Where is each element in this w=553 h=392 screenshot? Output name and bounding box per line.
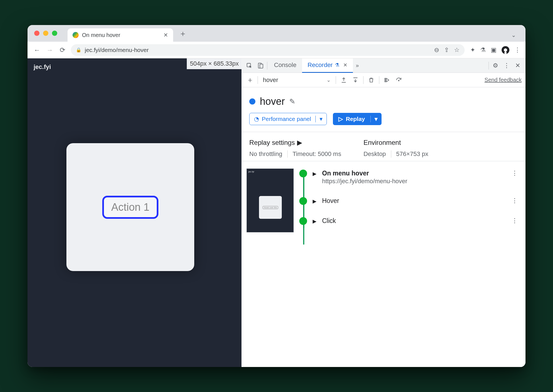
replay-settings-section[interactable]: Replay settings ▶ No throttling Timeout:… bbox=[249, 139, 341, 158]
step-subtitle: https://jec.fyi/demo/menu-hover bbox=[322, 178, 503, 185]
svg-rect-2 bbox=[260, 64, 263, 68]
recorder-toolbar: ＋ hover ⌄ Send feedback bbox=[241, 73, 525, 87]
lock-icon[interactable]: 🔒 bbox=[76, 47, 81, 53]
url-text: jec.fyi/demo/menu-hover bbox=[85, 47, 431, 53]
performance-panel-button[interactable]: ◔ Performance panel ▾ bbox=[249, 113, 327, 125]
devtools-tab-bar: Console Recorder ⚗ ✕ » ⚙ ⋮ ✕ bbox=[241, 58, 525, 73]
devtools-panel: Console Recorder ⚗ ✕ » ⚙ ⋮ ✕ ＋ hove bbox=[241, 58, 525, 367]
step-over-icon[interactable] bbox=[382, 75, 392, 85]
steps-area: jec.fyi Hover over this ▶ On menu hover … bbox=[241, 161, 525, 240]
browser-window: On menu hover ✕ ＋ ⌄ ← → ⟳ 🔒 jec.fyi/demo… bbox=[28, 25, 525, 367]
bookmark-icon[interactable]: ☆ bbox=[454, 46, 460, 54]
step-title: Hover bbox=[322, 197, 503, 205]
tab-console[interactable]: Console bbox=[268, 58, 302, 73]
tab-title: On menu hover bbox=[82, 32, 161, 38]
inspect-element-icon[interactable] bbox=[244, 60, 255, 71]
device-toolbar-icon[interactable] bbox=[255, 60, 266, 71]
recording-thumbnail[interactable]: jec.fyi Hover over this bbox=[246, 168, 294, 232]
maximize-window-button[interactable] bbox=[52, 31, 57, 36]
close-window-button[interactable] bbox=[34, 31, 39, 36]
tab-search-button[interactable]: ⌄ bbox=[511, 32, 516, 38]
replay-button[interactable]: ▷ Replay ▾ bbox=[333, 113, 382, 125]
chevron-down-icon: ⌄ bbox=[327, 77, 331, 83]
browser-tab[interactable]: On menu hover ✕ bbox=[68, 28, 173, 42]
forward-button: → bbox=[45, 46, 54, 54]
step-menu-icon[interactable]: ⋮ bbox=[509, 197, 520, 204]
experimental-flask-icon: ⚗ bbox=[335, 62, 339, 68]
step-menu-icon[interactable]: ⋮ bbox=[509, 217, 520, 224]
labs-flask-icon[interactable]: ⚗ bbox=[480, 46, 486, 54]
replay-dropdown-icon[interactable]: ▾ bbox=[370, 116, 382, 122]
throttling-value: No throttling bbox=[249, 150, 282, 158]
svg-rect-3 bbox=[385, 78, 386, 82]
step-status-dot bbox=[299, 197, 307, 205]
timeline: ▶ On menu hover https://jec.fyi/demo/men… bbox=[299, 168, 520, 232]
step-status-dot bbox=[299, 170, 307, 177]
timeout-value: Timeout: 5000 ms bbox=[293, 150, 341, 158]
back-button[interactable]: ← bbox=[33, 46, 41, 54]
demo-card: Action 1 bbox=[66, 143, 194, 271]
recording-name: hover bbox=[260, 96, 285, 107]
step-row[interactable]: ▶ Click ⋮ bbox=[299, 216, 520, 228]
tab-recorder[interactable]: Recorder ⚗ ✕ bbox=[302, 58, 353, 73]
step-row[interactable]: ▶ Hover ⋮ bbox=[299, 196, 520, 216]
close-tab-icon[interactable]: ✕ bbox=[163, 32, 168, 38]
caret-right-icon: ▶ bbox=[313, 171, 317, 177]
side-panel-icon[interactable]: ▣ bbox=[491, 46, 497, 54]
environment-section: Environment Desktop 576×753 px bbox=[363, 139, 428, 158]
step-title: On menu hover bbox=[322, 170, 503, 177]
speedometer-icon: ◔ bbox=[254, 116, 259, 122]
step-status-dot bbox=[299, 217, 307, 225]
page-viewport: jec.fyi 504px × 685.33px Action 1 bbox=[28, 58, 241, 367]
omnibox-actions: ⊖ ⇪ ☆ bbox=[434, 46, 460, 54]
content-split: jec.fyi 504px × 685.33px Action 1 Consol… bbox=[28, 58, 525, 367]
recording-actions: ◔ Performance panel ▾ ▷ Replay ▾ bbox=[241, 113, 525, 132]
devtools-settings-icon[interactable]: ⚙ bbox=[490, 62, 501, 69]
viewport-value: 576×753 px bbox=[396, 150, 429, 158]
edit-name-icon[interactable]: ✎ bbox=[289, 97, 295, 106]
play-icon: ▷ bbox=[338, 116, 343, 122]
share-icon[interactable]: ⇪ bbox=[444, 46, 449, 54]
profile-avatar[interactable] bbox=[502, 46, 509, 54]
new-tab-button[interactable]: ＋ bbox=[179, 28, 187, 39]
reload-button[interactable]: ⟳ bbox=[58, 46, 67, 54]
settings-row: Replay settings ▶ No throttling Timeout:… bbox=[241, 132, 525, 161]
device-value: Desktop bbox=[363, 150, 386, 158]
browser-menu-icon[interactable]: ⋮ bbox=[514, 46, 520, 54]
viewport-dimensions-badge: 504px × 685.33px bbox=[187, 58, 241, 69]
delete-icon[interactable] bbox=[366, 75, 376, 85]
action-1-button[interactable]: Action 1 bbox=[102, 196, 158, 219]
caret-right-icon: ▶ bbox=[297, 139, 302, 147]
caret-right-icon: ▶ bbox=[313, 218, 317, 224]
more-tabs-icon[interactable]: » bbox=[356, 62, 359, 69]
zoom-out-icon[interactable]: ⊖ bbox=[434, 46, 439, 54]
caret-right-icon: ▶ bbox=[313, 198, 317, 204]
toolbar-right: ✦ ⚗ ▣ ⋮ bbox=[470, 46, 520, 54]
step-menu-icon[interactable]: ⋮ bbox=[509, 170, 520, 177]
recorder-body: hover ✎ ◔ Performance panel ▾ ▷ bbox=[241, 87, 525, 367]
extensions-icon[interactable]: ✦ bbox=[470, 46, 475, 54]
skip-icon[interactable] bbox=[394, 75, 404, 85]
close-panel-icon[interactable]: ✕ bbox=[343, 62, 347, 68]
devtools-more-icon[interactable]: ⋮ bbox=[501, 62, 512, 69]
new-recording-button[interactable]: ＋ bbox=[245, 75, 255, 85]
devtools-close-icon[interactable]: ✕ bbox=[512, 62, 523, 69]
recording-status-dot bbox=[249, 98, 255, 105]
minimize-window-button[interactable] bbox=[43, 31, 48, 36]
site-name: jec.fyi bbox=[34, 63, 51, 71]
address-bar[interactable]: 🔒 jec.fyi/demo/menu-hover ⊖ ⇪ ☆ bbox=[71, 44, 465, 56]
step-row[interactable]: ▶ On menu hover https://jec.fyi/demo/men… bbox=[299, 168, 520, 196]
export-icon[interactable] bbox=[339, 75, 349, 85]
recording-selector[interactable]: hover ⌄ bbox=[261, 76, 333, 84]
step-title: Click bbox=[322, 217, 503, 225]
recording-title-row: hover ✎ bbox=[241, 87, 525, 113]
svg-point-4 bbox=[398, 80, 399, 81]
window-traffic-lights[interactable] bbox=[34, 31, 57, 36]
send-feedback-link[interactable]: Send feedback bbox=[485, 77, 522, 83]
performance-dropdown-icon[interactable]: ▾ bbox=[315, 116, 327, 122]
favicon-icon bbox=[73, 32, 79, 38]
tab-strip: On menu hover ✕ ＋ ⌄ bbox=[28, 25, 525, 42]
import-icon[interactable] bbox=[350, 75, 360, 85]
browser-toolbar: ← → ⟳ 🔒 jec.fyi/demo/menu-hover ⊖ ⇪ ☆ ✦ … bbox=[28, 42, 525, 58]
